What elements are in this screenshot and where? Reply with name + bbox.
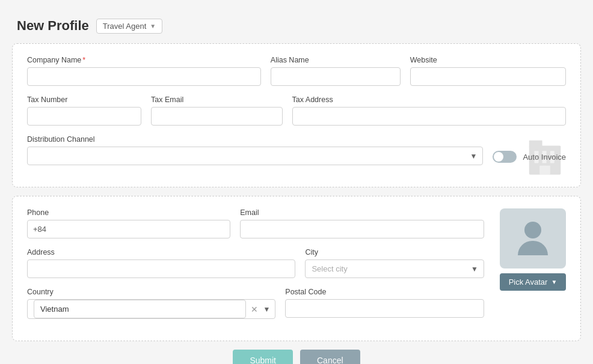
country-clear-button[interactable]: ✕: [250, 305, 259, 314]
svg-rect-5: [535, 159, 539, 163]
company-name-input[interactable]: [27, 67, 261, 86]
phone-input[interactable]: [27, 220, 230, 238]
avatar-section: Pick Avatar ▼: [500, 208, 566, 291]
tax-address-group: Tax Address: [292, 96, 566, 126]
avatar-body: [518, 241, 548, 255]
address-group: Address: [27, 248, 295, 278]
address-label: Address: [27, 248, 295, 256]
pick-avatar-label: Pick Avatar: [509, 278, 548, 287]
pick-avatar-chevron-icon: ▼: [551, 279, 557, 285]
website-input[interactable]: [410, 67, 566, 86]
svg-rect-8: [539, 166, 550, 175]
tax-address-input[interactable]: [292, 107, 566, 126]
alias-name-input[interactable]: [271, 67, 401, 86]
email-group: Email: [240, 208, 484, 238]
country-label: Country: [27, 288, 275, 296]
tax-number-label: Tax Number: [27, 96, 141, 104]
avatar-head: [524, 222, 541, 238]
svg-rect-1: [529, 141, 542, 147]
distribution-channel-group: Distribution Channel ▼: [27, 135, 483, 165]
person-icon: [518, 222, 548, 255]
company-name-label: Company Name*: [27, 56, 261, 64]
city-group: City Select city ▼: [305, 248, 484, 278]
postal-code-label: Postal Code: [285, 288, 484, 296]
postal-code-input[interactable]: [285, 299, 484, 318]
tax-address-label: Tax Address: [292, 96, 566, 104]
tax-email-group: Tax Email: [151, 96, 283, 126]
svg-rect-2: [535, 151, 539, 155]
postal-code-group: Postal Code: [285, 288, 484, 319]
country-input[interactable]: [34, 300, 246, 318]
profile-type-chevron-icon: ▼: [150, 23, 156, 29]
company-name-group: Company Name*: [27, 56, 261, 86]
company-info-section: Company Name* Alias Name Website Tax Num…: [12, 43, 581, 187]
distribution-channel-label: Distribution Channel: [27, 135, 483, 144]
website-label: Website: [410, 56, 566, 64]
distribution-channel-select-wrapper: ▼: [27, 147, 483, 165]
country-chevron-icon: ▼: [263, 305, 270, 314]
city-select-wrapper: Select city ▼: [305, 259, 484, 278]
auto-invoice-toggle[interactable]: [493, 151, 517, 163]
submit-button[interactable]: Submit: [233, 350, 293, 364]
contact-info-section: Phone +84 Email Address City Selec: [12, 196, 581, 341]
profile-type-label: Travel Agent: [103, 22, 147, 31]
profile-type-dropdown[interactable]: Travel Agent ▼: [96, 19, 162, 34]
phone-input-wrapper: +84: [27, 220, 230, 238]
svg-rect-7: [550, 159, 555, 163]
website-group: Website: [410, 56, 566, 86]
tax-email-label: Tax Email: [151, 96, 283, 104]
tax-number-input[interactable]: [27, 107, 141, 126]
country-group: Country ✕ ▼: [27, 288, 275, 319]
email-input[interactable]: [240, 220, 484, 238]
alias-name-group: Alias Name: [271, 56, 401, 86]
phone-group: Phone +84: [27, 208, 230, 238]
form-actions: Submit Cancel: [12, 350, 581, 364]
alias-name-label: Alias Name: [271, 56, 401, 64]
tax-email-input[interactable]: [151, 107, 283, 126]
phone-label: Phone: [27, 208, 230, 217]
toggle-slider: [493, 151, 517, 163]
city-label: City: [305, 248, 484, 256]
building-icon: [524, 135, 566, 177]
cancel-button[interactable]: Cancel: [300, 350, 360, 364]
svg-rect-3: [542, 151, 547, 155]
email-label: Email: [240, 208, 484, 217]
address-input[interactable]: [27, 259, 295, 278]
country-input-wrapper: ✕ ▼: [27, 299, 275, 319]
avatar-placeholder: [500, 208, 566, 268]
tax-number-group: Tax Number: [27, 96, 141, 126]
pick-avatar-button[interactable]: Pick Avatar ▼: [500, 273, 566, 291]
page-title: New Profile: [17, 18, 89, 34]
city-select[interactable]: Select city: [305, 259, 484, 278]
svg-rect-6: [542, 159, 547, 163]
distribution-channel-select[interactable]: [27, 147, 483, 165]
svg-rect-4: [550, 151, 555, 155]
